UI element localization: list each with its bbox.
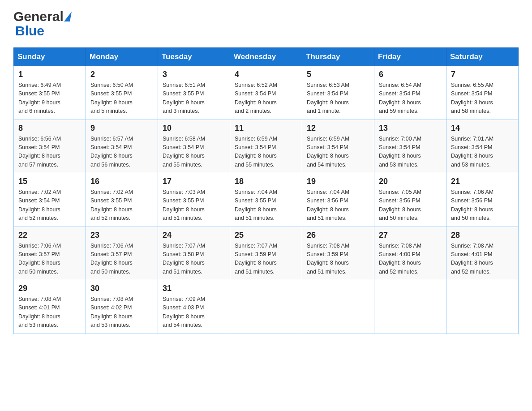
day-number: 21 [451,177,514,186]
day-info: Sunrise: 6:54 AMSunset: 3:54 PMDaylight:… [379,81,442,116]
day-number: 29 [18,284,81,293]
day-info: Sunrise: 7:08 AMSunset: 4:02 PMDaylight:… [90,295,153,330]
calendar-week-row: 29Sunrise: 7:08 AMSunset: 4:01 PMDayligh… [14,280,519,334]
day-info: Sunrise: 6:50 AMSunset: 3:55 PMDaylight:… [90,81,153,116]
day-info: Sunrise: 7:04 AMSunset: 3:56 PMDaylight:… [307,188,369,223]
calendar-day-cell: 27Sunrise: 7:08 AMSunset: 4:00 PMDayligh… [374,227,446,280]
day-info: Sunrise: 7:05 AMSunset: 3:56 PMDaylight:… [379,188,442,223]
calendar-day-cell: 6Sunrise: 6:54 AMSunset: 3:54 PMDaylight… [374,66,446,120]
day-header-row: Sunday Monday Tuesday Wednesday Thursday… [14,48,519,66]
day-number: 26 [307,231,369,240]
calendar-week-row: 8Sunrise: 6:56 AMSunset: 3:54 PMDaylight… [14,120,519,173]
calendar-day-cell: 2Sunrise: 6:50 AMSunset: 3:55 PMDaylight… [86,66,158,120]
day-info: Sunrise: 7:08 AMSunset: 3:59 PMDaylight:… [307,242,369,277]
day-info: Sunrise: 7:06 AMSunset: 3:56 PMDaylight:… [451,188,514,223]
day-number: 18 [235,177,297,186]
day-info: Sunrise: 6:56 AMSunset: 3:54 PMDaylight:… [18,135,81,170]
day-info: Sunrise: 7:07 AMSunset: 3:58 PMDaylight:… [163,242,225,277]
calendar-day-cell [374,280,446,334]
calendar-day-cell: 15Sunrise: 7:02 AMSunset: 3:54 PMDayligh… [14,173,86,227]
day-number: 24 [163,231,225,240]
day-info: Sunrise: 6:52 AMSunset: 3:54 PMDaylight:… [235,81,297,116]
day-info: Sunrise: 7:03 AMSunset: 3:55 PMDaylight:… [163,188,225,223]
day-number: 9 [90,124,153,133]
day-number: 16 [90,177,153,186]
calendar-day-cell: 13Sunrise: 7:00 AMSunset: 3:54 PMDayligh… [374,120,446,173]
day-number: 7 [451,70,514,79]
header-thursday: Thursday [302,48,374,66]
day-number: 11 [235,124,297,133]
day-number: 30 [90,284,153,293]
calendar-day-cell: 4Sunrise: 6:52 AMSunset: 3:54 PMDaylight… [230,66,302,120]
calendar-day-cell: 3Sunrise: 6:51 AMSunset: 3:55 PMDaylight… [158,66,230,120]
day-info: Sunrise: 6:59 AMSunset: 3:54 PMDaylight:… [307,135,369,170]
day-info: Sunrise: 6:58 AMSunset: 3:54 PMDaylight:… [163,135,225,170]
day-info: Sunrise: 7:09 AMSunset: 4:03 PMDaylight:… [163,295,225,330]
calendar-day-cell: 7Sunrise: 6:55 AMSunset: 3:54 PMDaylight… [446,66,519,120]
calendar-table: Sunday Monday Tuesday Wednesday Thursday… [13,47,519,334]
calendar-day-cell: 29Sunrise: 7:08 AMSunset: 4:01 PMDayligh… [14,280,86,334]
page-header: General Blue [13,9,519,39]
day-info: Sunrise: 7:07 AMSunset: 3:59 PMDaylight:… [235,242,297,277]
day-info: Sunrise: 6:49 AMSunset: 3:55 PMDaylight:… [18,81,81,116]
day-info: Sunrise: 7:06 AMSunset: 3:57 PMDaylight:… [90,242,153,277]
day-info: Sunrise: 6:51 AMSunset: 3:55 PMDaylight:… [163,81,225,116]
day-number: 10 [163,124,225,133]
day-info: Sunrise: 6:59 AMSunset: 3:54 PMDaylight:… [235,135,297,170]
calendar-day-cell: 8Sunrise: 6:56 AMSunset: 3:54 PMDaylight… [14,120,86,173]
logo-text-general: General [13,9,64,24]
calendar-day-cell: 5Sunrise: 6:53 AMSunset: 3:54 PMDaylight… [302,66,374,120]
day-number: 4 [235,70,297,79]
day-number: 22 [18,231,81,240]
day-number: 19 [307,177,369,186]
day-number: 28 [451,231,514,240]
day-number: 15 [18,177,81,186]
day-info: Sunrise: 7:00 AMSunset: 3:54 PMDaylight:… [379,135,442,170]
calendar-day-cell: 24Sunrise: 7:07 AMSunset: 3:58 PMDayligh… [158,227,230,280]
calendar-day-cell: 22Sunrise: 7:06 AMSunset: 3:57 PMDayligh… [14,227,86,280]
day-info: Sunrise: 7:01 AMSunset: 3:54 PMDaylight:… [451,135,514,170]
day-number: 12 [307,124,369,133]
day-number: 8 [18,124,81,133]
calendar-day-cell: 17Sunrise: 7:03 AMSunset: 3:55 PMDayligh… [158,173,230,227]
day-number: 2 [90,70,153,79]
day-number: 20 [379,177,442,186]
day-info: Sunrise: 7:08 AMSunset: 4:01 PMDaylight:… [451,242,514,277]
calendar-day-cell [302,280,374,334]
calendar-body: 1Sunrise: 6:49 AMSunset: 3:55 PMDaylight… [14,66,519,334]
calendar-day-cell: 11Sunrise: 6:59 AMSunset: 3:54 PMDayligh… [230,120,302,173]
header-wednesday: Wednesday [230,48,302,66]
day-number: 1 [18,70,81,79]
logo-text-blue: Blue [15,23,44,38]
calendar-day-cell: 9Sunrise: 6:57 AMSunset: 3:54 PMDaylight… [86,120,158,173]
day-number: 5 [307,70,369,79]
day-number: 31 [163,284,225,293]
calendar-day-cell: 28Sunrise: 7:08 AMSunset: 4:01 PMDayligh… [446,227,519,280]
day-info: Sunrise: 7:08 AMSunset: 4:00 PMDaylight:… [379,242,442,277]
day-number: 13 [379,124,442,133]
header-sunday: Sunday [14,48,86,66]
day-info: Sunrise: 6:55 AMSunset: 3:54 PMDaylight:… [451,81,514,116]
calendar-day-cell: 20Sunrise: 7:05 AMSunset: 3:56 PMDayligh… [374,173,446,227]
header-saturday: Saturday [446,48,519,66]
day-number: 3 [163,70,225,79]
header-monday: Monday [86,48,158,66]
day-number: 17 [163,177,225,186]
day-info: Sunrise: 7:02 AMSunset: 3:54 PMDaylight:… [18,188,81,223]
day-number: 23 [90,231,153,240]
day-number: 14 [451,124,514,133]
calendar-day-cell: 23Sunrise: 7:06 AMSunset: 3:57 PMDayligh… [86,227,158,280]
calendar-day-cell: 21Sunrise: 7:06 AMSunset: 3:56 PMDayligh… [446,173,519,227]
day-info: Sunrise: 6:53 AMSunset: 3:54 PMDaylight:… [307,81,369,116]
calendar-day-cell: 12Sunrise: 6:59 AMSunset: 3:54 PMDayligh… [302,120,374,173]
day-info: Sunrise: 7:04 AMSunset: 3:55 PMDaylight:… [235,188,297,223]
calendar-day-cell: 18Sunrise: 7:04 AMSunset: 3:55 PMDayligh… [230,173,302,227]
day-info: Sunrise: 7:02 AMSunset: 3:55 PMDaylight:… [90,188,153,223]
header-friday: Friday [374,48,446,66]
calendar-day-cell: 26Sunrise: 7:08 AMSunset: 3:59 PMDayligh… [302,227,374,280]
calendar-day-cell [230,280,302,334]
calendar-day-cell: 25Sunrise: 7:07 AMSunset: 3:59 PMDayligh… [230,227,302,280]
calendar-day-cell [446,280,519,334]
day-number: 6 [379,70,442,79]
day-number: 27 [379,231,442,240]
